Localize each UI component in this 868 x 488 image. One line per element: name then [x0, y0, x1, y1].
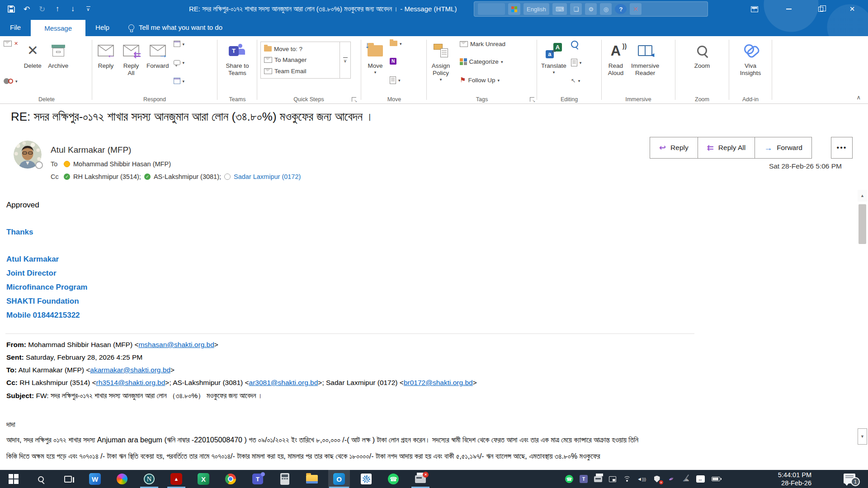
save-icon[interactable]	[4, 0, 19, 18]
zoom-button[interactable]: Zoom	[689, 39, 715, 70]
cc-recipient-3[interactable]: Sadar Laxmipur (0172)	[234, 173, 301, 180]
taskbar-shakti-app[interactable]	[355, 470, 377, 488]
to-recipient[interactable]: Mohammad Shibbir Hasan (MFP)	[73, 160, 171, 168]
tray-onedrive-offline-icon[interactable]: ☁	[681, 474, 691, 483]
assign-policy-button[interactable]: Assign Policy ▾	[428, 39, 453, 82]
quick-step-move-to[interactable]: Move to: ?	[264, 46, 336, 52]
taskbar-outlook-active[interactable]: O	[328, 470, 350, 488]
cc-email-link-2[interactable]: ar3081@shakti.org.bd	[249, 379, 318, 386]
tray-teamviewer-icon[interactable]: ↔	[695, 474, 705, 483]
cc-recipient-2[interactable]: AS-Lakshmipur (3081);	[154, 173, 221, 180]
scroll-up-button[interactable]: ▲	[858, 190, 867, 202]
tab-help[interactable]: Help	[85, 18, 119, 36]
reply-all-action-button[interactable]: ⇇Reply All	[698, 137, 755, 159]
rules-button[interactable]: ▾	[390, 41, 402, 46]
to-email-link[interactable]: akarmakar@shakti.org.bd	[90, 366, 170, 374]
keyboard-icon[interactable]: ⌨	[552, 3, 567, 15]
im-reply-button[interactable]: ▾	[174, 60, 185, 65]
next-item-icon[interactable]: ↓	[65, 0, 80, 18]
globe-icon[interactable]: ◎	[600, 3, 612, 15]
reply-action-button[interactable]: ↩Reply	[650, 137, 698, 159]
taskbar-acrobat[interactable]: ▲	[165, 470, 187, 488]
taskbar-file-explorer[interactable]	[301, 470, 323, 488]
redo-icon[interactable]: ↻	[34, 0, 50, 18]
taskbar-teams[interactable]: T	[247, 470, 269, 488]
more-actions-button[interactable]: •••	[831, 137, 853, 159]
cc-email-link-3[interactable]: br0172@shakti.org.bd	[404, 379, 473, 386]
tray-display-icon[interactable]	[608, 474, 618, 483]
move-button[interactable]: ↓ Move ▾	[363, 39, 388, 75]
quick-step-team-email[interactable]: Team Email	[264, 68, 336, 75]
taskbar-word[interactable]: W	[84, 470, 106, 488]
cc-email-link-1[interactable]: rh3514@shakti.org.bd	[96, 379, 165, 386]
undo-icon[interactable]: ↶	[19, 0, 34, 18]
customize-qat-icon[interactable]: ∨	[80, 0, 96, 18]
viva-insights-button[interactable]: Viva Insights	[737, 39, 764, 77]
gear-icon[interactable]: ⚙	[585, 3, 597, 15]
tag-icon[interactable]: ❏	[570, 3, 582, 15]
select-button[interactable]: ↖▾	[571, 77, 582, 84]
tags-dialog-launcher[interactable]	[530, 97, 534, 102]
previous-item-icon[interactable]: ↑	[50, 0, 65, 18]
tray-whatsapp-icon[interactable]: ☎	[564, 474, 574, 483]
scrollbar-thumb[interactable]	[859, 204, 866, 244]
scroll-down-button[interactable]: ▼	[858, 428, 867, 445]
start-button[interactable]	[3, 470, 24, 488]
reply-button[interactable]: ← Reply	[93, 39, 118, 70]
windows-logo-icon[interactable]	[508, 3, 520, 15]
read-aloud-button[interactable]: A)) Read Aloud	[603, 39, 628, 77]
archive-button[interactable]: Archive	[45, 39, 71, 70]
taskbar-clock[interactable]: 5:44:01 PM 28-Feb-26	[778, 471, 811, 487]
reply-all-button[interactable]: ⇇ Reply All	[118, 39, 144, 77]
send-to-onenote-button[interactable]: N	[390, 58, 402, 65]
tray-teams-icon[interactable]: T	[579, 474, 589, 483]
language-bar-help-button[interactable]: ?	[615, 4, 627, 14]
cc-recipient-1[interactable]: RH Lakshmipur (3514);	[73, 173, 141, 180]
paste-button[interactable]: ▾	[571, 59, 582, 66]
search-button[interactable]	[571, 41, 582, 48]
tab-file[interactable]: File	[0, 18, 31, 36]
taskbar-whatsapp[interactable]: ☎	[382, 470, 404, 488]
follow-up-button[interactable]: ⚑Follow Up▾	[460, 76, 505, 84]
taskbar-excel[interactable]: X	[193, 470, 214, 488]
quick-steps-more-button[interactable]: ∨	[340, 42, 351, 79]
ignore-button[interactable]: ✕	[4, 41, 18, 47]
collapse-ribbon-button[interactable]: ∧	[856, 94, 861, 101]
tray-wifi-icon[interactable]	[622, 474, 632, 483]
taskbar-chrome[interactable]	[220, 470, 241, 488]
language-label[interactable]: English	[524, 3, 549, 15]
sender-name[interactable]: Atul Karmakar (MFP)	[51, 145, 131, 155]
taskbar-search-button[interactable]	[30, 470, 52, 488]
language-bar-handle[interactable]	[478, 3, 505, 15]
quick-step-to-manager[interactable]: To Manager	[264, 56, 336, 63]
tab-message[interactable]: Message	[31, 20, 85, 36]
minimize-button[interactable]	[778, 0, 799, 18]
categorize-button[interactable]: Categorize▾	[460, 58, 505, 66]
immersive-reader-button[interactable]: Immersive Reader	[628, 39, 662, 77]
forward-action-button[interactable]: →Forward	[755, 137, 812, 159]
delete-button[interactable]: ✕ Delete	[20, 39, 45, 70]
more-move-actions-button[interactable]: ▾	[390, 76, 402, 84]
close-button[interactable]: ✕	[842, 0, 863, 18]
from-email-link[interactable]: mshasan@shakti.org.bd	[138, 341, 214, 348]
tray-pen-icon[interactable]: ✒	[666, 474, 676, 483]
taskbar-copilot[interactable]	[111, 470, 133, 488]
quick-steps-dialog-launcher[interactable]	[352, 97, 356, 102]
tray-security-icon[interactable]: ✕	[652, 474, 662, 483]
tray-volume-icon[interactable]: ◄)))	[637, 474, 646, 483]
share-to-teams-button[interactable]: T Share to Teams	[223, 39, 251, 77]
restore-button[interactable]	[810, 0, 831, 18]
ribbon-display-options-button[interactable]	[744, 0, 765, 18]
tell-me-box[interactable]: Tell me what you want to do	[128, 23, 222, 31]
translate-button[interactable]: Aa⇄ Translate ▾	[538, 39, 569, 75]
mark-unread-button[interactable]: Mark Unread	[460, 41, 505, 47]
meeting-button[interactable]: ▾	[174, 41, 185, 47]
forward-button[interactable]: → Forward	[144, 39, 172, 70]
tray-printer-icon[interactable]	[593, 474, 603, 483]
taskbar-calculator[interactable]	[274, 470, 296, 488]
taskbar-printer-app[interactable]: ✕	[410, 470, 431, 488]
block-sender-button[interactable]: ▾	[4, 78, 18, 84]
taskbar-netscape[interactable]: N	[138, 470, 160, 488]
task-view-button[interactable]	[57, 470, 79, 488]
tray-battery-icon[interactable]	[711, 474, 721, 483]
